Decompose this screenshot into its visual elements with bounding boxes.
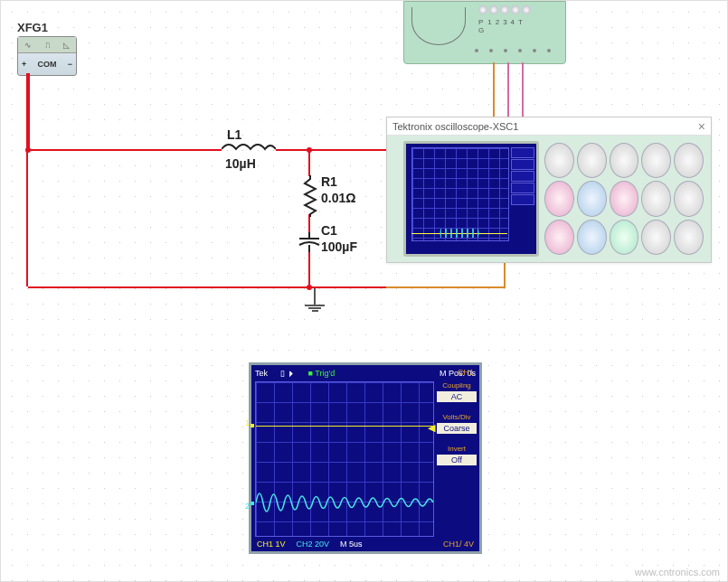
knob-icon	[577, 220, 607, 255]
r1-ref: R1	[321, 174, 337, 189]
knob-icon	[610, 143, 639, 178]
knob-icon	[641, 143, 671, 178]
pg-label: PG	[478, 18, 484, 34]
plug-icon	[475, 49, 478, 52]
probe-wire	[522, 62, 524, 118]
scope-window: Tektronix oscilloscope-XSC1 ×	[386, 117, 712, 263]
c1-ref: C1	[321, 223, 337, 238]
wire	[308, 149, 310, 176]
knob-icon	[641, 181, 671, 216]
scope-footer	[410, 243, 533, 253]
voltsdiv-label: Volts/Div	[437, 413, 477, 421]
ch1-trace	[256, 426, 433, 427]
wire	[276, 149, 392, 151]
knob-icon	[577, 181, 607, 216]
invert-label: Invert	[437, 445, 477, 453]
ch1-scale: CH1 1V	[257, 540, 286, 549]
invert-button[interactable]: Off	[437, 455, 477, 465]
plug-icon	[547, 49, 551, 52]
close-icon[interactable]: ×	[698, 120, 705, 133]
ch1-index: 1	[245, 418, 250, 427]
side-btn	[511, 183, 534, 193]
knob-icon	[577, 143, 607, 178]
plug-icon	[518, 49, 522, 52]
resistor-r1	[303, 175, 317, 215]
knob-icon	[544, 181, 574, 216]
ch3-num: 3	[503, 18, 506, 34]
t-label: T	[518, 18, 523, 34]
side-btn	[511, 194, 534, 205]
scope-screen-small	[403, 141, 539, 257]
wire	[28, 73, 30, 151]
l1-ref: L1	[227, 127, 241, 142]
c1-value: 100µF	[321, 239, 357, 254]
xfg1-minus: −	[68, 60, 72, 69]
plug-icon	[489, 49, 493, 52]
xfg1-waveforms: ∿⎍◺	[18, 37, 76, 53]
xfg1-com: COM	[38, 60, 57, 69]
ch2-trace	[411, 229, 507, 238]
side-btn	[511, 171, 534, 182]
ch4-num: 4	[511, 18, 515, 34]
knob-icon	[522, 5, 531, 14]
ch2-marker-icon	[251, 502, 254, 505]
wire	[26, 73, 28, 286]
knob-icon	[610, 220, 639, 255]
wire	[308, 252, 310, 288]
plug-icon	[504, 49, 507, 52]
knob-icon	[641, 220, 671, 255]
l1-value: 10µH	[225, 156, 256, 171]
node-icon	[307, 147, 312, 153]
r1-value: 0.01Ω	[321, 191, 355, 205]
scope-top-panel: PG 1 2 3 4 T	[403, 1, 566, 64]
scope-grid	[411, 147, 509, 241]
scope-window-title: Tektronix oscilloscope-XSC1	[392, 121, 518, 132]
coupling-label: Coupling	[437, 381, 477, 390]
probe-wire	[386, 286, 506, 288]
wire	[308, 214, 310, 234]
run-stop-icon: ▯ ⏵	[280, 369, 296, 378]
side-btn	[511, 159, 534, 170]
probe-wire	[504, 263, 506, 288]
scope-knobs	[543, 141, 705, 257]
knob-icon	[500, 5, 509, 14]
ch2-trace	[256, 482, 433, 523]
watermark: www.cntronics.com	[635, 567, 720, 577]
tek-label: Tek	[255, 369, 268, 378]
knob-icon	[511, 5, 520, 14]
knob-icon	[544, 220, 574, 255]
xfg1-plus: +	[22, 60, 26, 69]
scope-body	[387, 136, 711, 262]
ch2-scale: CH2 20V	[297, 540, 330, 549]
ch1-num: 1	[487, 18, 491, 34]
ground-symbol	[305, 288, 325, 312]
wire	[28, 149, 222, 151]
node-icon	[25, 147, 31, 153]
top-right-channel: CH1	[458, 368, 474, 377]
ch2-index: 2	[245, 502, 250, 511]
knob-icon	[544, 143, 574, 178]
capacitor-c1	[296, 232, 323, 255]
scope-footer: CH1 1V CH2 20V M 5us CH1/ 4V	[255, 538, 476, 549]
scope-plot-area: 1 2 ◀	[255, 381, 434, 537]
xfg1-body: ∿⎍◺ + COM −	[17, 36, 77, 76]
scope-top-crtsilhouette	[411, 7, 466, 45]
function-generator: XFG1 ∿⎍◺ + COM −	[17, 21, 80, 76]
knob-icon	[674, 220, 704, 255]
knob-icon	[489, 5, 498, 14]
scope-side-menu: Coupling AC Volts/Div Coarse Invert Off	[437, 381, 477, 537]
scope-screen-big: Tek ▯ ⏵ ■ Trig'd M Pos: 0s CH1 1 2 ◀ Cou…	[249, 362, 482, 554]
knob-icon	[610, 181, 639, 216]
trig-source: CH1/ 4V	[443, 540, 474, 549]
ch2-num: 2	[496, 18, 499, 34]
xfg1-label: XFG1	[17, 21, 80, 34]
knob-icon	[478, 5, 487, 14]
coupling-button[interactable]: AC	[437, 391, 477, 402]
voltsdiv-button[interactable]: Coarse	[437, 423, 477, 434]
plug-icon	[533, 49, 536, 52]
trig-level-icon: ◀	[428, 422, 435, 434]
side-btn	[511, 147, 534, 158]
ch1-marker-icon	[251, 424, 254, 427]
probe-wire	[507, 62, 509, 118]
knob-icon	[674, 143, 704, 178]
